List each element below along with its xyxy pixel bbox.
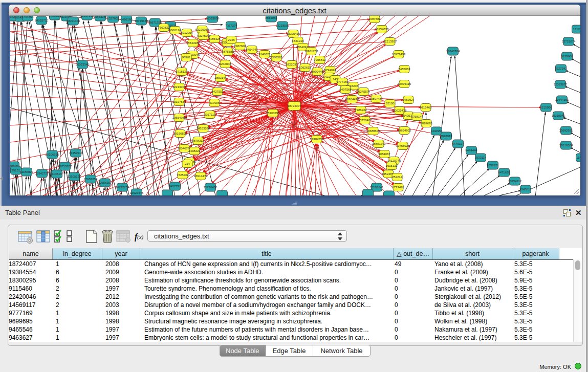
- svg-text:9115460: 9115460: [420, 106, 432, 109]
- svg-text:20364436: 20364436: [345, 98, 359, 101]
- svg-text:16782759: 16782759: [116, 186, 129, 189]
- svg-text:3875685: 3875685: [222, 50, 234, 53]
- svg-text:7357274: 7357274: [225, 24, 237, 27]
- svg-text:1615132: 1615132: [385, 164, 398, 167]
- svg-text:10719155: 10719155: [135, 19, 148, 23]
- svg-text:17016504: 17016504: [559, 144, 573, 147]
- svg-text:11156829: 11156829: [20, 170, 33, 173]
- svg-text:10025438: 10025438: [393, 109, 407, 112]
- svg-text:8186328: 8186328: [208, 37, 221, 40]
- svg-text:1362615: 1362615: [299, 66, 311, 69]
- svg-text:1588520: 1588520: [270, 56, 282, 59]
- svg-text:10973493: 10973493: [392, 53, 406, 56]
- svg-text:16245574: 16245574: [357, 90, 371, 93]
- svg-text:15692951: 15692951: [559, 129, 573, 132]
- svg-text:417006: 417006: [209, 101, 220, 104]
- svg-text:39151: 39151: [12, 169, 20, 172]
- svg-text:14353584: 14353584: [197, 127, 210, 130]
- svg-text:2933114: 2933114: [475, 156, 487, 159]
- svg-text:20206556: 20206556: [46, 153, 59, 156]
- svg-text:19166825: 19166825: [173, 132, 187, 135]
- svg-text:9457791: 9457791: [169, 185, 181, 188]
- svg-text:98901: 98901: [182, 56, 191, 59]
- svg-text:16154838: 16154838: [375, 28, 389, 31]
- svg-text:16648784: 16648784: [446, 50, 460, 53]
- svg-text:9327509: 9327509: [197, 34, 209, 37]
- svg-text:7663822: 7663822: [158, 26, 170, 29]
- svg-text:13123: 13123: [573, 28, 580, 31]
- svg-text:2087682: 2087682: [368, 17, 381, 20]
- svg-text:20053346: 20053346: [76, 63, 90, 66]
- svg-text:9463627: 9463627: [402, 98, 415, 101]
- svg-text:10654112: 10654112: [508, 180, 522, 183]
- svg-text:13325419: 13325419: [287, 32, 300, 35]
- svg-text:7485063: 7485063: [398, 68, 410, 71]
- svg-text:12923445: 12923445: [130, 191, 144, 194]
- svg-text:9794034: 9794034: [324, 69, 336, 72]
- svg-text:16914479: 16914479: [194, 174, 208, 178]
- svg-text:7386322: 7386322: [355, 108, 367, 112]
- svg-text:13218506: 13218506: [276, 24, 290, 27]
- svg-text:12942757: 12942757: [35, 172, 49, 175]
- svg-text:12213303: 12213303: [172, 85, 186, 89]
- svg-text:13751074: 13751074: [562, 40, 576, 43]
- svg-text:1733426: 1733426: [392, 186, 404, 189]
- svg-text:12444151: 12444151: [555, 98, 569, 101]
- svg-text:12093872: 12093872: [554, 83, 568, 86]
- svg-text:8990448: 8990448: [311, 70, 323, 73]
- svg-text:17957253: 17957253: [84, 178, 98, 181]
- svg-text:10958157: 10958157: [98, 181, 112, 184]
- svg-text:9245612: 9245612: [519, 188, 532, 191]
- svg-text:8660124: 8660124: [169, 29, 181, 32]
- svg-text:2967608: 2967608: [234, 45, 246, 48]
- svg-text:10107554: 10107554: [172, 100, 186, 103]
- svg-text:9777169: 9777169: [336, 80, 349, 83]
- svg-text:2803144: 2803144: [214, 76, 227, 79]
- svg-text:17359914: 17359914: [69, 151, 83, 155]
- svg-text:5758144: 5758144: [411, 115, 423, 118]
- svg-text:10807487: 10807487: [369, 97, 383, 100]
- svg-text:1541319: 1541319: [292, 39, 304, 42]
- svg-text:9084067: 9084067: [378, 152, 390, 156]
- svg-text:2946: 2946: [228, 38, 235, 41]
- svg-text:7955812: 7955812: [314, 58, 326, 61]
- svg-text:16961758: 16961758: [304, 50, 318, 53]
- svg-text:10688609: 10688609: [366, 129, 380, 133]
- svg-text:18300295: 18300295: [266, 112, 280, 115]
- svg-text:6497568: 6497568: [339, 88, 352, 91]
- svg-text:39755857: 39755857: [58, 165, 72, 168]
- svg-text:16543382: 16543382: [186, 41, 200, 45]
- svg-text:8454749: 8454749: [246, 48, 258, 51]
- svg-text:9227342: 9227342: [555, 67, 567, 70]
- svg-text:62100: 62100: [386, 102, 395, 105]
- svg-text:10653267: 10653267: [94, 16, 107, 18]
- svg-text:6466160: 6466160: [120, 18, 133, 21]
- svg-text:14055712: 14055712: [35, 19, 49, 22]
- svg-text:9242848: 9242848: [219, 62, 231, 65]
- svg-text:3267110: 3267110: [204, 113, 216, 116]
- svg-text:19384554: 19384554: [310, 138, 324, 141]
- svg-text:53226058: 53226058: [195, 28, 209, 31]
- svg-text:19654923: 19654923: [398, 129, 411, 132]
- svg-text:9129906: 9129906: [561, 55, 573, 58]
- svg-text:15136141: 15136141: [370, 186, 384, 189]
- svg-text:114519: 114519: [52, 172, 62, 176]
- svg-text:1498222: 1498222: [188, 149, 201, 152]
- svg-text:7625402: 7625402: [177, 173, 189, 177]
- svg-text:12975115: 12975115: [398, 82, 411, 85]
- svg-text:12213957: 12213957: [383, 40, 397, 43]
- svg-text:7632621: 7632621: [487, 164, 499, 167]
- svg-text:1527602: 1527602: [107, 17, 119, 20]
- svg-text:9474444: 9474444: [465, 149, 477, 152]
- svg-text:15720407: 15720407: [358, 119, 372, 122]
- svg-text:8912954: 8912954: [181, 31, 193, 34]
- svg-text:214: 214: [185, 162, 190, 165]
- svg-text:16671355: 16671355: [148, 21, 162, 24]
- svg-text:16210943: 16210943: [552, 114, 565, 117]
- svg-text:8427552: 8427552: [211, 90, 224, 93]
- svg-text:18724007: 18724007: [288, 104, 301, 107]
- svg-text:1440954: 1440954: [430, 129, 443, 133]
- svg-text:4744854: 4744854: [21, 16, 34, 18]
- svg-text:8471636: 8471636: [498, 171, 510, 174]
- svg-text:8878312: 8878312: [192, 139, 204, 142]
